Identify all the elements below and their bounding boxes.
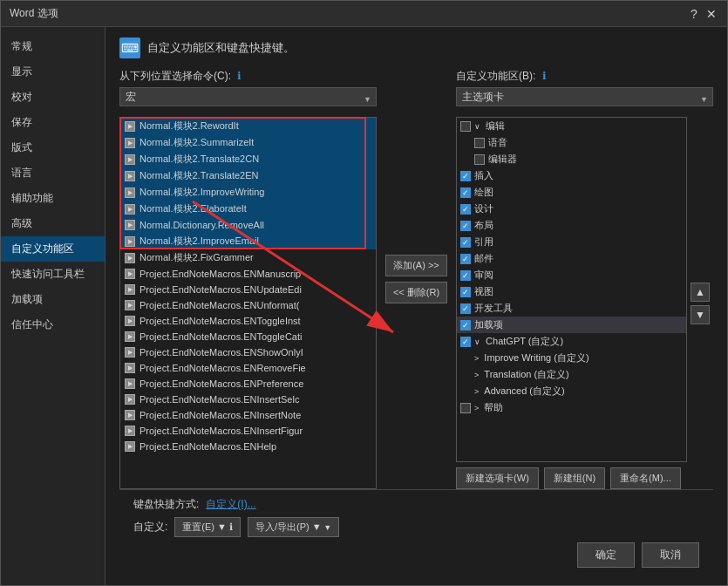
left-list-item[interactable]: ▶Normal.模块2.ImproveWriting: [120, 184, 376, 201]
right-tree-item[interactable]: ∨ChatGPT (自定义): [457, 333, 686, 350]
right-tree-item[interactable]: 审阅: [457, 267, 686, 283]
right-tree-item[interactable]: 布局: [457, 217, 686, 234]
right-bottom-btn-0[interactable]: 新建选项卡(W): [456, 467, 539, 489]
right-tree-item[interactable]: >Translation (自定义): [457, 366, 686, 383]
sidebar: 常规显示校对保存版式语言辅助功能高级自定义功能区快速访问工具栏加载项信任中心: [1, 27, 105, 585]
left-list-item[interactable]: ▶Normal.Dictionary.RemoveAll: [120, 217, 376, 233]
tree-checkbox[interactable]: [474, 154, 485, 165]
macro-icon: ▶: [124, 153, 136, 166]
section-title-text: 自定义功能区和键盘快捷键。: [147, 40, 295, 56]
macro-icon: ▶: [124, 187, 136, 199]
right-tree-item[interactable]: 加载项: [457, 317, 686, 333]
macro-icon: ▶: [124, 393, 136, 405]
expand-arrow-icon: ∨: [474, 337, 480, 346]
left-list-item[interactable]: ▶Project.EndNoteMacros.ENToggleCati: [120, 329, 376, 344]
close-button[interactable]: ✕: [704, 7, 718, 21]
left-list-item[interactable]: ▶Normal.模块2.Translate2EN: [120, 167, 376, 184]
right-info-icon: ℹ: [542, 70, 547, 82]
left-list-item[interactable]: ▶Project.EndNoteMacros.ENHelp: [120, 439, 376, 454]
help-button[interactable]: ?: [687, 7, 701, 21]
move-down-button[interactable]: ▼: [691, 305, 710, 324]
tree-checkbox[interactable]: [460, 204, 471, 215]
left-list-item[interactable]: ▶Normal.模块2.Translate2CN: [120, 151, 376, 167]
right-list-box[interactable]: ∨编辑语音编辑器插入绘图设计布局引用邮件审阅视图开发工具加载项∨ChatGPT …: [456, 117, 687, 462]
tree-checkbox[interactable]: [460, 254, 471, 264]
remove-button[interactable]: << 删除(R): [385, 282, 447, 303]
sidebar-item-6[interactable]: 辅助功能: [1, 186, 105, 211]
left-list-item[interactable]: ▶Project.EndNoteMacros.ENInsertSelc: [120, 392, 376, 407]
macro-icon: ▶: [124, 425, 136, 437]
left-list-item[interactable]: ▶Project.EndNoteMacros.ENUnformat(: [120, 297, 376, 313]
left-list-item[interactable]: ▶Normal.模块2.ElaborateIt: [120, 201, 376, 217]
ok-button[interactable]: 确定: [577, 542, 635, 568]
left-list-item[interactable]: ▶Normal.模块2.ImproveEmail: [120, 233, 376, 249]
right-tree-item[interactable]: >Advanced (自定义): [457, 383, 686, 399]
right-tree-item[interactable]: 语音: [457, 134, 686, 151]
right-tree-item[interactable]: 邮件: [457, 250, 686, 267]
sidebar-item-8[interactable]: 自定义功能区: [1, 236, 105, 262]
right-area-select[interactable]: 主选项卡: [456, 87, 713, 106]
tree-checkbox[interactable]: [460, 303, 471, 314]
right-tree-item[interactable]: >Improve Writing (自定义): [457, 350, 686, 366]
left-list-item[interactable]: ▶Project.EndNoteMacros.ENInsertFigur: [120, 423, 376, 439]
left-list-item[interactable]: ▶Project.EndNoteMacros.ENPreference: [120, 376, 376, 392]
sidebar-item-2[interactable]: 校对: [1, 85, 105, 110]
sidebar-item-10[interactable]: 加载项: [1, 287, 105, 312]
customize-keyboard-link[interactable]: 自定义(I)...: [206, 497, 255, 512]
right-bottom-btn-1[interactable]: 新建组(N): [544, 467, 605, 489]
tree-checkbox[interactable]: [460, 221, 471, 231]
sidebar-item-4[interactable]: 版式: [1, 135, 105, 160]
tree-checkbox[interactable]: [460, 121, 471, 132]
sidebar-item-9[interactable]: 快速访问工具栏: [1, 262, 105, 287]
left-command-select[interactable]: 宏: [119, 87, 377, 106]
right-tree-item[interactable]: 视图: [457, 283, 686, 300]
tree-checkbox[interactable]: [474, 138, 485, 148]
tree-checkbox[interactable]: [460, 270, 471, 281]
sidebar-item-5[interactable]: 语言: [1, 160, 105, 186]
right-tree-item[interactable]: ∨编辑: [457, 118, 686, 134]
cancel-button[interactable]: 取消: [642, 542, 699, 568]
import-export-button[interactable]: 导入/导出(P) ▼: [248, 517, 339, 537]
macro-icon: ▶: [124, 315, 136, 327]
tree-checkbox[interactable]: [460, 187, 471, 198]
right-tree-item[interactable]: 引用: [457, 234, 686, 250]
sidebar-item-0[interactable]: 常规: [1, 34, 105, 59]
tree-checkbox[interactable]: [460, 403, 471, 413]
tree-checkbox[interactable]: [460, 337, 471, 347]
left-list-item[interactable]: ▶Project.EndNoteMacros.ENShowOnlyI: [120, 344, 376, 360]
macro-icon: ▶: [124, 362, 136, 374]
left-list-item[interactable]: ▶Normal.模块2.RewordIt: [120, 118, 376, 134]
left-list-box[interactable]: ▶Normal.模块2.RewordIt▶Normal.模块2.Summariz…: [119, 117, 377, 489]
right-tree-item[interactable]: 绘图: [457, 184, 686, 201]
left-list-item[interactable]: ▶Project.EndNoteMacros.ENManuscrip: [120, 266, 376, 282]
left-list-item[interactable]: ▶Project.EndNoteMacros.ENRemoveFie: [120, 360, 376, 376]
sidebar-item-11[interactable]: 信任中心: [1, 312, 105, 337]
reset-button[interactable]: 重置(E) ▼ ℹ: [174, 517, 241, 537]
right-bottom-btn-2[interactable]: 重命名(M)...: [610, 467, 681, 489]
macro-icon: ▶: [124, 440, 136, 453]
tree-checkbox[interactable]: [460, 171, 471, 181]
tree-checkbox[interactable]: [460, 287, 471, 297]
tree-checkbox[interactable]: [460, 320, 471, 330]
right-tree-item[interactable]: 插入: [457, 167, 686, 184]
right-tree-item[interactable]: 设计: [457, 201, 686, 217]
sidebar-item-3[interactable]: 保存: [1, 110, 105, 135]
left-list-item[interactable]: ▶Project.EndNoteMacros.ENToggleInst: [120, 313, 376, 329]
left-panel: 从下列位置选择命令(C): ℹ 宏 ▶Normal.模块2.RewordIt▶N…: [119, 69, 380, 489]
right-tree-item[interactable]: >帮助: [457, 399, 686, 416]
right-tree-item[interactable]: 开发工具: [457, 300, 686, 317]
tree-checkbox[interactable]: [460, 237, 471, 248]
move-up-button[interactable]: ▲: [691, 283, 710, 302]
left-list-item[interactable]: ▶Normal.模块2.SummarizeIt: [120, 134, 376, 151]
sidebar-item-1[interactable]: 显示: [1, 59, 105, 85]
left-list-item[interactable]: ▶Project.EndNoteMacros.ENUpdateEdi: [120, 282, 376, 297]
main-content: ⌨ 自定义功能区和键盘快捷键。 从下列位置选择命令(C): ℹ 宏: [105, 27, 727, 585]
left-list-item[interactable]: ▶Project.EndNoteMacros.ENInsertNote: [120, 407, 376, 423]
left-list-item[interactable]: ▶Normal.模块2.FixGrammer: [120, 249, 376, 266]
expand-arrow-icon: >: [474, 404, 479, 412]
sidebar-item-7[interactable]: 高级: [1, 211, 105, 236]
left-list-container: ▶Normal.模块2.RewordIt▶Normal.模块2.Summariz…: [119, 117, 377, 489]
macro-icon: ▶: [124, 346, 136, 358]
add-button[interactable]: 添加(A) >>: [385, 255, 447, 276]
right-tree-item[interactable]: 编辑器: [457, 151, 686, 167]
